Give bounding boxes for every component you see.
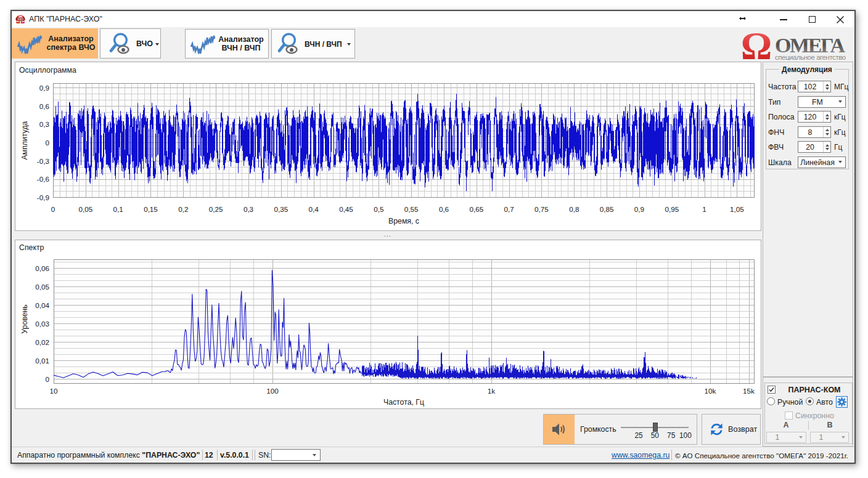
svg-text:ЭХО: ЭХО xyxy=(17,17,24,21)
svg-text:Ω: Ω xyxy=(741,31,772,60)
svg-text:специальное агентство: специальное агентство xyxy=(775,54,846,61)
